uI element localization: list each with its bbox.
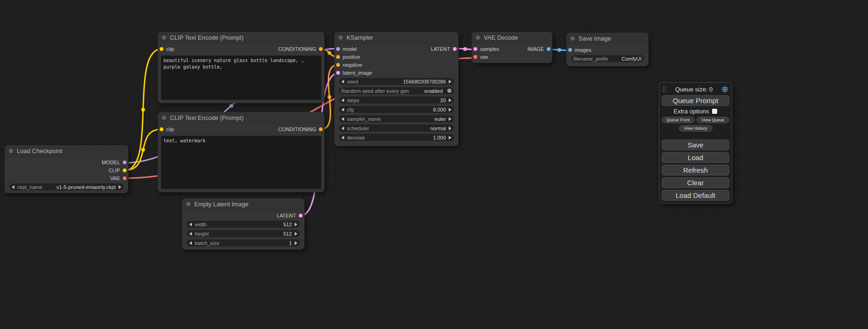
node-empty-latent-image[interactable]: Empty Latent Image LATENT width 512 heig… [182, 198, 304, 250]
widget-scheduler[interactable]: scheduler normal [339, 125, 454, 132]
widget-ckpt-name[interactable]: ckpt_name v1-5-pruned-emaonly.ckpt [9, 183, 124, 190]
node-title-bar[interactable]: VAE Decode [472, 32, 552, 43]
save-button[interactable]: Save [662, 140, 729, 150]
increment-arrow-icon[interactable] [295, 241, 297, 245]
collapse-dot-icon[interactable] [162, 116, 166, 120]
load-default-button[interactable]: Load Default [662, 190, 729, 201]
node-title-bar[interactable]: Empty Latent Image [182, 198, 304, 210]
node-title: CLIP Text Encode (Prompt) [170, 34, 244, 41]
widget-label: filename_prefix [573, 56, 608, 62]
negative-prompt-textarea[interactable]: text, watermark [161, 136, 321, 189]
widget-sampler-name[interactable]: sampler_name euler [339, 115, 454, 122]
increment-arrow-icon[interactable] [449, 117, 452, 121]
node-ksampler[interactable]: KSampler model LATENT positive negative [334, 32, 459, 146]
decrement-arrow-icon[interactable] [341, 126, 344, 130]
node-title-bar[interactable]: Load Checkpoint [5, 145, 128, 157]
increment-arrow-icon[interactable] [449, 136, 452, 140]
positive-prompt-textarea[interactable]: beautiful scenery nature glass bottle la… [161, 56, 321, 100]
output-label-conditioning: CONDITIONING [278, 46, 316, 52]
increment-arrow-icon[interactable] [449, 80, 452, 84]
decrement-arrow-icon[interactable] [189, 232, 192, 236]
increment-arrow-icon[interactable] [449, 108, 452, 112]
view-history-button[interactable]: View History [679, 125, 713, 132]
increment-arrow-icon[interactable] [119, 185, 121, 189]
node-title-bar[interactable]: KSampler [334, 32, 459, 43]
input-port-latent-image[interactable] [336, 71, 340, 75]
decrement-arrow-icon[interactable] [341, 80, 344, 84]
node-load-checkpoint[interactable]: Load Checkpoint MODEL CLIP VAE ckpt_name [5, 145, 128, 193]
increment-arrow-icon[interactable] [449, 126, 452, 130]
decrement-arrow-icon[interactable] [341, 98, 344, 102]
output-port-image[interactable] [547, 47, 550, 51]
output-port-latent[interactable] [453, 47, 457, 51]
output-label-image: IMAGE [528, 46, 544, 52]
input-port-model[interactable] [336, 47, 340, 51]
input-port-negative[interactable] [336, 63, 340, 67]
decrement-arrow-icon[interactable] [189, 241, 192, 245]
widget-seed[interactable]: seed 156680208700286 [339, 78, 454, 85]
extra-options-checkbox[interactable] [712, 109, 717, 114]
decrement-arrow-icon[interactable] [189, 223, 192, 226]
decrement-arrow-icon[interactable] [341, 136, 344, 140]
widget-width[interactable]: width 512 [187, 221, 300, 228]
increment-arrow-icon[interactable] [295, 232, 297, 236]
collapse-dot-icon[interactable] [162, 35, 166, 40]
widget-cfg[interactable]: cfg 8.000 [339, 106, 454, 113]
output-label-latent: LATENT [277, 213, 296, 218]
clear-button[interactable]: Clear [662, 177, 729, 188]
input-port-samples[interactable] [473, 47, 477, 51]
node-title-bar[interactable]: Save Image [566, 33, 649, 44]
widget-batch-size[interactable]: batch_size 1 [187, 239, 300, 246]
collapse-dot-icon[interactable] [186, 202, 191, 206]
node-clip-text-encode-positive[interactable]: CLIP Text Encode (Prompt) clip CONDITION… [158, 32, 325, 103]
output-port-latent[interactable] [299, 214, 303, 217]
node-clip-text-encode-negative[interactable]: CLIP Text Encode (Prompt) clip CONDITION… [158, 112, 325, 192]
refresh-button[interactable]: Refresh [662, 165, 729, 175]
input-port-clip[interactable] [160, 127, 163, 131]
load-button[interactable]: Load [662, 152, 729, 163]
node-save-image[interactable]: Save Image images filename_prefix ComfyU… [566, 33, 649, 66]
output-port-vae[interactable] [123, 176, 127, 180]
node-title: Save Image [579, 35, 611, 42]
output-port-conditioning[interactable] [319, 47, 323, 51]
widget-steps[interactable]: steps 20 [339, 97, 454, 104]
node-vae-decode[interactable]: VAE Decode samples IMAGE vae [472, 32, 552, 63]
widget-label: width [195, 222, 207, 227]
decrement-arrow-icon[interactable] [341, 117, 344, 121]
node-title: Load Checkpoint [17, 147, 63, 154]
widget-filename-prefix[interactable]: filename_prefix ComfyUI [571, 55, 644, 62]
queue-front-button[interactable]: Queue Front [662, 117, 695, 123]
widget-label: seed [347, 79, 358, 84]
collapse-dot-icon[interactable] [9, 149, 13, 153]
view-queue-button[interactable]: View Queue [697, 117, 730, 123]
widget-height[interactable]: height 512 [187, 230, 300, 237]
input-port-vae[interactable] [473, 55, 477, 59]
settings-gear-icon[interactable] [721, 86, 728, 93]
collapse-dot-icon[interactable] [571, 36, 575, 41]
queue-prompt-button[interactable]: Queue Prompt [662, 95, 729, 106]
output-port-clip[interactable] [123, 168, 127, 172]
input-label-latent-image: latent_image [343, 70, 372, 76]
toggle-on-icon[interactable] [447, 89, 452, 93]
decrement-arrow-icon[interactable] [341, 108, 344, 112]
collapse-dot-icon[interactable] [339, 35, 343, 40]
widget-denoise[interactable]: denoise 1.000 [339, 134, 454, 141]
increment-arrow-icon[interactable] [449, 98, 452, 102]
input-label-images: images [575, 47, 591, 53]
node-title-bar[interactable]: CLIP Text Encode (Prompt) [158, 112, 325, 124]
input-port-clip[interactable] [160, 47, 163, 51]
drag-handle-icon[interactable] [663, 86, 666, 92]
decrement-arrow-icon[interactable] [12, 185, 14, 189]
output-port-model[interactable] [123, 161, 127, 164]
output-port-conditioning[interactable] [319, 127, 323, 131]
input-port-images[interactable] [568, 48, 572, 52]
node-title-bar[interactable]: CLIP Text Encode (Prompt) [158, 32, 325, 43]
collapse-dot-icon[interactable] [476, 35, 480, 40]
node-title: CLIP Text Encode (Prompt) [170, 114, 244, 121]
input-port-positive[interactable] [336, 55, 340, 59]
widget-value: normal [430, 126, 446, 131]
widget-value: ComfyUI [621, 56, 642, 62]
widget-random-seed-toggle[interactable]: Random seed after every gen enabled [339, 87, 454, 94]
output-label-clip: CLIP [109, 168, 120, 173]
increment-arrow-icon[interactable] [295, 223, 297, 226]
